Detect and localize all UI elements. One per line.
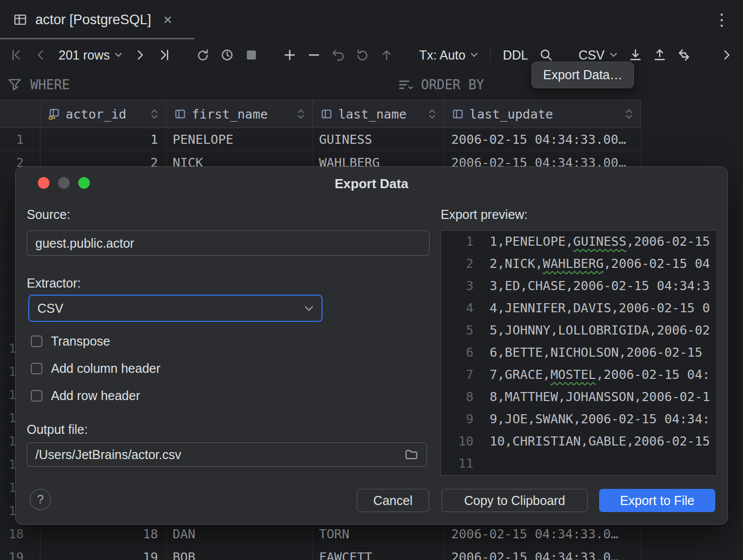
line-number: 7 (441, 364, 476, 386)
checkbox-label: Add column header (51, 361, 161, 376)
header-last-update[interactable]: last_update (444, 100, 641, 128)
column-label: last_update (469, 107, 553, 122)
source-label: Source: (27, 207, 70, 222)
line-text: 4,JENNIFER,DAVIS,2006-02-15 0 (476, 297, 710, 319)
cell-last-name[interactable]: GUINESS (313, 128, 444, 151)
line-number: 6 (441, 342, 476, 364)
checkbox-label: Transpose (51, 334, 110, 349)
help-button[interactable]: ? (30, 489, 51, 510)
line-text: 7,GRACE,MOSTEL,2006-02-15 04: (476, 364, 710, 386)
column-icon (451, 107, 464, 121)
line-text: 1,PENELOPE,GUINESS,2006-02-15 (476, 231, 710, 253)
column-label: last_name (338, 107, 406, 122)
extractor-label: Extractor: (27, 276, 81, 291)
help-glyph: ? (37, 492, 43, 507)
header-actor-id[interactable]: actor_id (40, 100, 167, 128)
column-key-icon (47, 107, 61, 121)
extractor-select[interactable]: CSV (28, 295, 323, 322)
preview-line: 33,ED,CHASE,2006-02-15 04:34:3 (441, 275, 717, 297)
line-number: 10 (441, 430, 476, 453)
sort-icon[interactable] (428, 108, 437, 120)
export-data-tooltip: Export Data… (532, 62, 634, 88)
table-row[interactable]: 11PENELOPEGUINESS2006-02-15 04:34:33.00… (0, 128, 641, 151)
output-file-label: Output file: (27, 422, 88, 437)
checkbox-box[interactable] (31, 390, 42, 402)
line-text: 5,JOHNNY,LOLLOBRIGIDA,2006-02 (476, 319, 710, 342)
folder-icon[interactable] (404, 448, 418, 461)
source-value: guest.public.actor (35, 236, 134, 251)
checkbox-label: Add row header (51, 388, 140, 403)
column-icon (320, 107, 333, 121)
cell-first-name[interactable]: BOB (167, 546, 313, 560)
cell-actor-id[interactable]: 1 (40, 128, 167, 151)
output-file-field[interactable]: /Users/JetBrains/actor.csv (27, 442, 427, 467)
checkbox-add-row-header[interactable]: Add row header (31, 388, 140, 403)
preview-line: 1010,CHRISTIAN,GABLE,2006-02-15 (441, 430, 717, 453)
copy-to-clipboard-button[interactable]: Copy to Clipboard (442, 489, 588, 512)
line-text (476, 453, 490, 475)
column-label: first_name (192, 107, 268, 122)
line-number: 4 (441, 297, 476, 319)
line-text: 3,ED,CHASE,2006-02-15 04:34:3 (476, 275, 710, 297)
cell-first-name[interactable]: DAN (167, 523, 313, 545)
header-last-name[interactable]: last_name (313, 100, 444, 128)
line-number: 8 (441, 386, 476, 408)
sort-icon[interactable] (296, 108, 305, 120)
export-preview-label: Export preview: (441, 207, 527, 222)
line-number: 2 (441, 253, 476, 275)
preview-line: 88,MATTHEW,JOHANSSON,2006-02-1 (441, 386, 717, 408)
row-number: 1 (0, 128, 40, 151)
line-number: 11 (441, 453, 476, 475)
preview-line: 11,PENELOPE,GUINESS,2006-02-15 (441, 231, 717, 253)
preview-line: 55,JOHNNY,LOLLOBRIGIDA,2006-02 (441, 319, 717, 342)
checkbox-transpose[interactable]: Transpose (31, 333, 110, 349)
cell-first-name[interactable]: PENELOPE (167, 128, 313, 151)
column-icon (174, 107, 187, 121)
chevron-down-icon (304, 306, 313, 311)
cell-actor-id[interactable]: 18 (40, 523, 167, 545)
grid-header: actor_id first_name last_name last_ (0, 100, 641, 128)
cell-actor-id[interactable]: 19 (40, 546, 167, 560)
row-number: 18 (0, 523, 40, 545)
header-first-name[interactable]: first_name (167, 100, 313, 128)
line-text: 8,MATTHEW,JOHANSSON,2006-02-1 (476, 386, 710, 408)
table-row[interactable]: 1919BOBFAWCETT2006-02-15 04:34:33.0… (0, 546, 641, 560)
sort-icon[interactable] (150, 108, 159, 120)
header-row-number[interactable] (0, 100, 40, 128)
row-number: 19 (0, 546, 40, 560)
line-text: 6,BETTE,NICHOLSON,2006-02-15 (476, 342, 702, 364)
line-number: 3 (441, 275, 476, 297)
preview-line: 44,JENNIFER,DAVIS,2006-02-15 0 (441, 297, 717, 319)
preview-line: 99,JOE,SWANK,2006-02-15 04:34: (441, 408, 717, 430)
checkbox-box[interactable] (31, 335, 42, 347)
line-text: 9,JOE,SWANK,2006-02-15 04:34: (476, 408, 710, 430)
output-file-value: /Users/JetBrains/actor.csv (35, 447, 181, 462)
checkbox-add-column-header[interactable]: Add column header (31, 361, 161, 376)
preview-line: 66,BETTE,NICHOLSON,2006-02-15 (441, 342, 717, 364)
export-preview-panel[interactable]: 11,PENELOPE,GUINESS,2006-02-1522,NICK,WA… (441, 230, 717, 476)
cell-last-name[interactable]: TORN (313, 523, 444, 545)
checkbox-box[interactable] (31, 363, 42, 374)
datagrip-window: actor [PostgreSQL] × ⋮ 201 rows (0, 0, 743, 560)
export-data-dialog: Export Data Source: guest.public.actor E… (15, 166, 728, 525)
line-number: 9 (441, 408, 476, 430)
preview-line: 22,NICK,WAHLBERG,2006-02-15 04 (441, 253, 717, 275)
line-number: 5 (441, 319, 476, 342)
line-text: 10,CHRISTIAN,GABLE,2006-02-15 (476, 430, 710, 453)
extractor-value: CSV (37, 301, 63, 316)
cancel-button[interactable]: Cancel (357, 489, 429, 512)
dialog-title: Export Data (16, 176, 727, 192)
preview-line: 11 (441, 453, 717, 475)
sort-icon[interactable] (624, 108, 633, 120)
cell-last-update[interactable]: 2006-02-15 04:34:33.0… (444, 523, 641, 545)
source-field[interactable]: guest.public.actor (27, 231, 430, 256)
line-text: 2,NICK,WAHLBERG,2006-02-15 04 (476, 253, 710, 275)
preview-line: 77,GRACE,MOSTEL,2006-02-15 04: (441, 364, 717, 386)
table-row[interactable]: 1818DANTORN2006-02-15 04:34:33.0… (0, 523, 641, 546)
column-label: actor_id (66, 107, 126, 122)
cell-last-name[interactable]: FAWCETT (313, 546, 444, 560)
line-number: 1 (441, 231, 476, 253)
cell-last-update[interactable]: 2006-02-15 04:34:33.0… (444, 546, 641, 560)
cell-last-update[interactable]: 2006-02-15 04:34:33.00… (444, 128, 641, 151)
export-to-file-button[interactable]: Export to File (599, 489, 715, 512)
